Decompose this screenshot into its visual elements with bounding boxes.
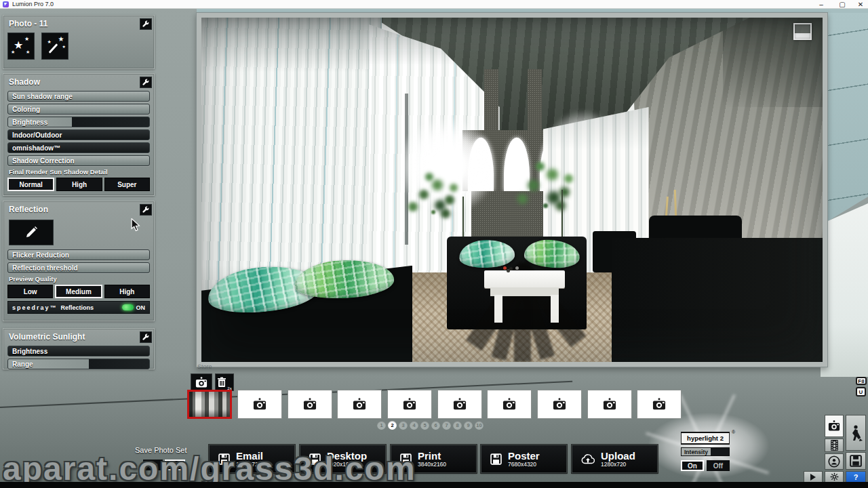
- toggle-on-indicator: [122, 304, 134, 310]
- render-viewport[interactable]: [201, 18, 823, 362]
- toggle-state-label: ON: [136, 304, 146, 311]
- reflection-threshold-slider[interactable]: Reflection threshold: [7, 262, 150, 273]
- camera-icon: [302, 398, 317, 411]
- page-dot-4[interactable]: 4: [410, 421, 418, 430]
- indoor-outdoor-slider[interactable]: Indoor/Outdoor: [7, 129, 150, 140]
- coloring-slider[interactable]: Coloring: [7, 104, 150, 115]
- play-button[interactable]: [804, 471, 823, 483]
- photo-thumbnail-empty[interactable]: [387, 390, 432, 419]
- photo-effects-button[interactable]: ★ ★ ★ ★: [7, 33, 35, 60]
- build-mode-button[interactable]: [846, 415, 866, 451]
- photo-thumbnail-empty[interactable]: [337, 390, 382, 419]
- minimize-button[interactable]: –: [814, 0, 829, 9]
- omnishadow-slider[interactable]: omnishadow™: [7, 142, 150, 153]
- page-dot-10[interactable]: 10: [475, 421, 484, 430]
- page-dot-8[interactable]: 8: [453, 421, 462, 430]
- page-dot-1[interactable]: 1: [377, 421, 386, 430]
- photo-thumbnail-empty[interactable]: [288, 390, 332, 419]
- export-label: Email: [236, 451, 263, 461]
- hyperlight-on-button[interactable]: On: [681, 460, 704, 471]
- slider-label: Coloring: [12, 106, 40, 113]
- slider-label: Flicker Reduction: [12, 251, 69, 259]
- shadow-detail-high-button[interactable]: High: [56, 178, 102, 191]
- help-button[interactable]: ?: [846, 471, 866, 483]
- render-upload-button[interactable]: Upload1280x720: [572, 445, 658, 473]
- save-set-off-button[interactable]: Off: [165, 460, 185, 470]
- final-render-detail-label: Final Render Sun Shadow Detail: [9, 168, 150, 176]
- slider-label: Brightness: [12, 119, 47, 126]
- speedray-brand-label: speedray™: [12, 304, 58, 311]
- close-button[interactable]: ✕: [853, 0, 868, 9]
- brightness-slider[interactable]: Brightness: [7, 117, 150, 127]
- photo-thumbnail-empty[interactable]: [637, 390, 682, 419]
- export-resolution: 7680x4320: [508, 462, 540, 468]
- save-file-button[interactable]: [846, 452, 866, 470]
- render-print-button[interactable]: Print3840x2160: [391, 445, 477, 473]
- u-key-badge: U: [856, 387, 866, 396]
- flicker-reduction-slider[interactable]: Flicker Reduction: [7, 249, 150, 260]
- page-dot-6[interactable]: 6: [431, 421, 440, 430]
- shadow-settings-button[interactable]: [140, 77, 152, 88]
- sun-shadow-range-slider[interactable]: Sun shadow range: [7, 91, 150, 102]
- slider-label: Sun shadow range: [12, 93, 73, 100]
- save-set-on-button[interactable]: On: [143, 460, 163, 470]
- photo-mode-button[interactable]: [825, 415, 844, 437]
- camera-icon: [502, 398, 517, 411]
- export-resolution: 1920x1080: [327, 462, 367, 468]
- settings-button[interactable]: [825, 471, 844, 483]
- shadow-detail-normal-button[interactable]: Normal: [7, 178, 54, 191]
- hyperlight-off-button[interactable]: Off: [707, 460, 730, 471]
- panorama-mode-button[interactable]: [825, 453, 844, 470]
- volumetric-settings-button[interactable]: [140, 331, 152, 343]
- edit-reflection-planes-button[interactable]: [9, 220, 54, 245]
- film-icon: [830, 440, 839, 451]
- floppy-icon: [218, 453, 230, 465]
- camera-icon: [602, 398, 617, 411]
- photo-thumbnail-empty[interactable]: [587, 390, 632, 419]
- movie-mode-button[interactable]: [825, 439, 844, 452]
- preview-quality-medium-button[interactable]: Medium: [55, 285, 102, 298]
- magic-wand-icon: [49, 43, 58, 54]
- slider-label: Range: [12, 361, 33, 368]
- aspect-ratio-icon[interactable]: [793, 23, 812, 40]
- render-desktop-button[interactable]: Desktop1920x1080: [300, 445, 386, 473]
- export-label: Desktop: [327, 451, 367, 461]
- reflection-settings-button[interactable]: [140, 204, 152, 216]
- reflection-panel-title: Reflection: [9, 205, 48, 214]
- page-dot-7[interactable]: 7: [442, 421, 451, 430]
- hyperlight-intensity-slider[interactable]: Intensity: [681, 447, 730, 456]
- shadow-panel: Shadow Sun shadow range Coloring Brightn…: [3, 73, 155, 196]
- play-icon: [810, 474, 816, 481]
- page-dot-3[interactable]: 3: [399, 421, 408, 430]
- maximize-button[interactable]: ▢: [835, 0, 850, 9]
- photo-thumbnail-selected[interactable]: [187, 390, 232, 419]
- volumetric-range-slider[interactable]: Range: [7, 359, 150, 369]
- render-poster-button[interactable]: Poster7680x4320: [481, 445, 567, 473]
- photo-thumbnail-empty[interactable]: [537, 390, 582, 419]
- scene-table-leg: [494, 295, 502, 323]
- photo-settings-button[interactable]: [140, 18, 152, 30]
- scene-window-frame: [405, 94, 408, 245]
- page-dot-2[interactable]: 2: [388, 421, 397, 430]
- store-camera-button[interactable]: [191, 373, 212, 391]
- delete-photo-button[interactable]: 2s: [215, 373, 234, 391]
- volumetric-brightness-slider[interactable]: Brightness: [7, 346, 150, 357]
- photo-thumbnail-empty[interactable]: [437, 390, 482, 419]
- page-dot-5[interactable]: 5: [420, 421, 429, 430]
- render-email-button[interactable]: Email1280x720: [209, 445, 295, 473]
- shadow-detail-super-button[interactable]: Super: [104, 178, 150, 191]
- cloud-upload-icon: [581, 453, 595, 465]
- pencil-icon: [24, 226, 38, 239]
- floppy-icon: [309, 453, 321, 465]
- speedray-reflections-toggle[interactable]: speedray™ Reflections ON: [7, 301, 150, 314]
- photo-thumbnail-empty[interactable]: [237, 390, 282, 419]
- photo-style-button[interactable]: ★ ★ ★: [41, 33, 68, 60]
- preview-quality-high-button[interactable]: High: [104, 285, 150, 298]
- preview-quality-low-button[interactable]: Low: [7, 285, 53, 298]
- page-dot-9[interactable]: 9: [464, 421, 473, 430]
- photo-thumbnail-empty[interactable]: [487, 390, 532, 419]
- intensity-label: Intensity: [684, 449, 708, 455]
- shadow-correction-slider[interactable]: Shadow Correction: [7, 155, 150, 166]
- render-viewport-frame: [196, 12, 828, 367]
- volumetric-panel-title: Volumetric Sunlight: [9, 332, 85, 342]
